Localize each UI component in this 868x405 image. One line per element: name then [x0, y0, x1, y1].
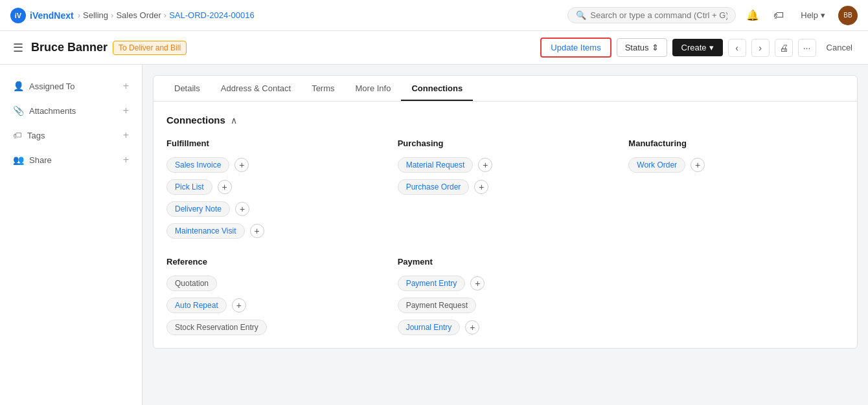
list-item: Maintenance Visit + [166, 223, 382, 239]
tab-connections[interactable]: Connections [401, 76, 473, 101]
update-items-button[interactable]: Update Items [540, 38, 611, 58]
breadcrumb-sep-3: › [164, 10, 166, 20]
sections-row-2: Reference Quotation Auto Repeat + Stock … [166, 257, 844, 335]
list-item: Delivery Note + [166, 201, 382, 217]
hamburger-icon[interactable]: ☰ [10, 38, 26, 58]
payment-items: Payment Entry + Payment Request Journal … [398, 276, 613, 335]
assigned-to-add-icon[interactable]: + [123, 80, 129, 92]
avatar[interactable]: BB [838, 6, 858, 25]
purchase-order-badge[interactable]: Purchase Order [398, 179, 470, 195]
list-item: Payment Entry + [398, 276, 613, 291]
payment-entry-add-button[interactable]: + [470, 276, 485, 290]
sales-invoice-badge[interactable]: Sales Invoice [166, 157, 229, 173]
tabs-container: Details Address & Contact Terms More Inf… [153, 75, 858, 349]
list-item: Auto Repeat + [166, 298, 382, 313]
sidebar-item-left: 👤 Assigned To [13, 81, 75, 91]
pick-list-badge[interactable]: Pick List [166, 179, 212, 195]
reference-items: Quotation Auto Repeat + Stock Reservatio… [166, 276, 382, 335]
create-chevron-icon: ▾ [709, 43, 714, 52]
list-item: Sales Invoice + [166, 157, 382, 173]
manufacturing-title: Manufacturing [628, 138, 844, 148]
tab-more-info[interactable]: More Info [345, 76, 402, 101]
section-payment: Payment Payment Entry + Payment Request … [398, 257, 613, 335]
work-order-add-button[interactable]: + [691, 158, 705, 172]
help-button[interactable]: Help ▾ [795, 8, 830, 23]
list-item: Work Order + [628, 157, 844, 173]
purchase-order-add-button[interactable]: + [474, 180, 488, 194]
list-item: Journal Entry + [398, 320, 613, 335]
delivery-note-add-button[interactable]: + [235, 202, 249, 216]
stock-reservation-entry-badge[interactable]: Stock Reservation Entry [166, 320, 267, 335]
section-fulfillment: Fulfillment Sales Invoice + Pick List + [166, 138, 382, 239]
tags-add-icon[interactable]: + [123, 129, 129, 141]
breadcrumb-selling[interactable]: Selling [83, 10, 108, 20]
connections-header: Connections ∧ [166, 115, 844, 126]
share-icon: 👥 [13, 155, 24, 165]
tab-terms[interactable]: Terms [301, 76, 345, 101]
pick-list-add-button[interactable]: + [218, 180, 232, 194]
material-request-badge[interactable]: Material Request [398, 157, 474, 173]
create-button[interactable]: Create ▾ [672, 39, 723, 56]
sales-invoice-add-button[interactable]: + [234, 158, 249, 172]
breadcrumb-sep-2: › [111, 10, 113, 20]
sidebar-item-tags[interactable]: 🏷 Tags + [8, 124, 134, 146]
maintenance-visit-badge[interactable]: Maintenance Visit [166, 223, 245, 239]
connections-section-title: Connections [166, 115, 225, 126]
cancel-button[interactable]: Cancel [821, 39, 858, 56]
assigned-to-icon: 👤 [13, 81, 24, 91]
auto-repeat-badge[interactable]: Auto Repeat [166, 298, 227, 313]
list-item: Pick List + [166, 179, 382, 195]
payment-title: Payment [398, 257, 613, 267]
breadcrumb-sales-order[interactable]: Sales Order [116, 10, 161, 20]
doc-header-right: Update Items Status ⇕ Create ▾ ‹ › 🖨 ···… [540, 38, 858, 58]
assigned-to-label: Assigned To [29, 82, 75, 91]
fulfillment-items: Sales Invoice + Pick List + Delivery Not… [166, 157, 382, 239]
prev-button[interactable]: ‹ [728, 39, 746, 57]
journal-entry-add-button[interactable]: + [465, 320, 479, 334]
search-input[interactable] [590, 10, 727, 20]
sidebar-item-left: 📎 Attachments [13, 105, 76, 116]
attachments-add-icon[interactable]: + [123, 105, 129, 116]
payment-request-badge[interactable]: Payment Request [398, 298, 476, 313]
more-options-button[interactable]: ··· [798, 39, 816, 57]
material-request-add-button[interactable]: + [478, 158, 492, 172]
connections-chevron-icon[interactable]: ∧ [231, 115, 237, 126]
work-order-badge[interactable]: Work Order [628, 157, 685, 173]
quotation-badge[interactable]: Quotation [166, 276, 217, 291]
purchasing-items: Material Request + Purchase Order + [398, 157, 613, 195]
navbar-right: 🔍 🔔 🏷 Help ▾ BB [567, 6, 858, 25]
tab-details[interactable]: Details [164, 76, 211, 101]
notification-icon[interactable]: 🔔 [744, 6, 762, 25]
navbar: iV iVendNext › Selling › Sales Order › S… [0, 0, 868, 31]
manufacturing-items: Work Order + [628, 157, 844, 173]
search-bar[interactable]: 🔍 [567, 7, 736, 23]
sidebar-item-assigned-to[interactable]: 👤 Assigned To + [8, 75, 134, 97]
next-button[interactable]: › [751, 39, 770, 57]
payment-entry-badge[interactable]: Payment Entry [398, 276, 466, 291]
journal-entry-badge[interactable]: Journal Entry [398, 320, 461, 335]
maintenance-visit-add-button[interactable]: + [250, 224, 264, 238]
reference-title: Reference [166, 257, 382, 267]
tags-icon: 🏷 [13, 130, 22, 140]
section-manufacturing: Manufacturing Work Order + [628, 138, 844, 239]
doc-title: Bruce Banner [31, 41, 108, 54]
section-reference: Reference Quotation Auto Repeat + Stock … [166, 257, 382, 335]
print-button[interactable]: 🖨 [775, 39, 793, 57]
app-logo[interactable]: iV iVendNext [10, 8, 74, 23]
sidebar-item-left: 🏷 Tags [13, 130, 45, 140]
search-icon: 🔍 [576, 10, 586, 20]
delivery-note-badge[interactable]: Delivery Note [166, 201, 230, 217]
doc-header: ☰ Bruce Banner To Deliver and Bill Updat… [0, 31, 868, 65]
breadcrumb-current[interactable]: SAL-ORD-2024-00016 [169, 10, 255, 20]
share-add-icon[interactable]: + [123, 154, 129, 166]
sidebar-item-share[interactable]: 👥 Share + [8, 149, 134, 171]
sidebar: 👤 Assigned To + 📎 Attachments + 🏷 Tags +… [0, 65, 143, 405]
tab-address-contact[interactable]: Address & Contact [211, 76, 301, 101]
sidebar-item-attachments[interactable]: 📎 Attachments + [8, 100, 134, 122]
auto-repeat-add-button[interactable]: + [232, 298, 246, 312]
sidebar-item-left: 👥 Share [13, 155, 52, 165]
status-button[interactable]: Status ⇕ [617, 38, 667, 57]
section-empty [628, 257, 844, 335]
tag-icon[interactable]: 🏷 [770, 6, 788, 25]
share-label: Share [29, 155, 52, 165]
